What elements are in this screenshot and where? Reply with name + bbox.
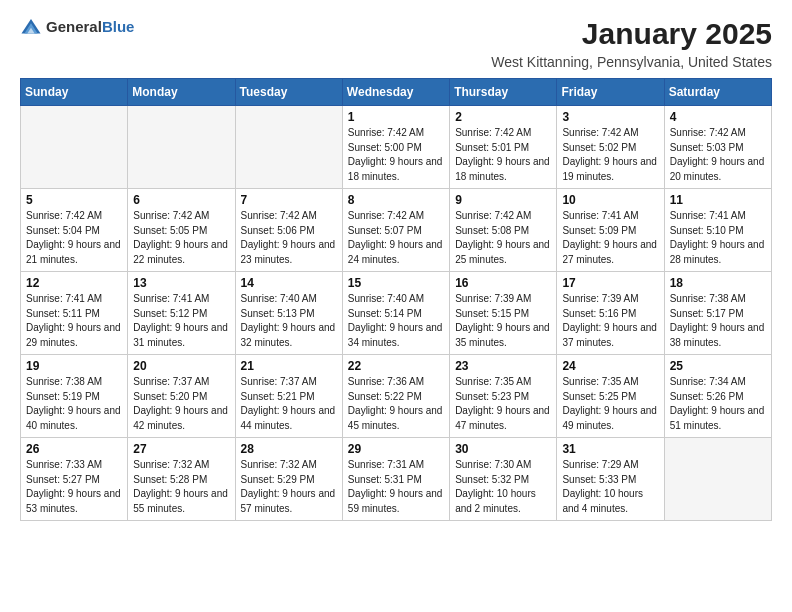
day-number: 24 (562, 359, 658, 373)
calendar-day: 1Sunrise: 7:42 AMSunset: 5:00 PMDaylight… (342, 106, 449, 189)
day-number: 7 (241, 193, 337, 207)
calendar-week-row: 19Sunrise: 7:38 AMSunset: 5:19 PMDayligh… (21, 355, 772, 438)
logo-blue: Blue (102, 19, 135, 36)
weekday-header: Monday (128, 79, 235, 106)
day-number: 6 (133, 193, 229, 207)
calendar-day (235, 106, 342, 189)
day-info: Sunrise: 7:42 AMSunset: 5:05 PMDaylight:… (133, 209, 229, 267)
day-info: Sunrise: 7:41 AMSunset: 5:10 PMDaylight:… (670, 209, 766, 267)
day-number: 20 (133, 359, 229, 373)
calendar-day: 28Sunrise: 7:32 AMSunset: 5:29 PMDayligh… (235, 438, 342, 521)
day-number: 19 (26, 359, 122, 373)
calendar-day (128, 106, 235, 189)
weekday-header: Saturday (664, 79, 771, 106)
day-info: Sunrise: 7:42 AMSunset: 5:02 PMDaylight:… (562, 126, 658, 184)
day-info: Sunrise: 7:32 AMSunset: 5:28 PMDaylight:… (133, 458, 229, 516)
calendar-day: 2Sunrise: 7:42 AMSunset: 5:01 PMDaylight… (450, 106, 557, 189)
day-number: 18 (670, 276, 766, 290)
day-info: Sunrise: 7:42 AMSunset: 5:03 PMDaylight:… (670, 126, 766, 184)
weekday-header: Thursday (450, 79, 557, 106)
day-number: 15 (348, 276, 444, 290)
weekday-header: Tuesday (235, 79, 342, 106)
weekday-header: Friday (557, 79, 664, 106)
day-info: Sunrise: 7:38 AMSunset: 5:17 PMDaylight:… (670, 292, 766, 350)
day-number: 9 (455, 193, 551, 207)
day-number: 11 (670, 193, 766, 207)
calendar-day: 5Sunrise: 7:42 AMSunset: 5:04 PMDaylight… (21, 189, 128, 272)
calendar-day: 14Sunrise: 7:40 AMSunset: 5:13 PMDayligh… (235, 272, 342, 355)
day-info: Sunrise: 7:42 AMSunset: 5:00 PMDaylight:… (348, 126, 444, 184)
weekday-header: Sunday (21, 79, 128, 106)
day-number: 21 (241, 359, 337, 373)
calendar-day: 25Sunrise: 7:34 AMSunset: 5:26 PMDayligh… (664, 355, 771, 438)
logo-general: General (46, 19, 102, 36)
day-info: Sunrise: 7:42 AMSunset: 5:06 PMDaylight:… (241, 209, 337, 267)
day-info: Sunrise: 7:30 AMSunset: 5:32 PMDaylight:… (455, 458, 551, 516)
calendar-day: 30Sunrise: 7:30 AMSunset: 5:32 PMDayligh… (450, 438, 557, 521)
day-info: Sunrise: 7:39 AMSunset: 5:15 PMDaylight:… (455, 292, 551, 350)
day-info: Sunrise: 7:41 AMSunset: 5:11 PMDaylight:… (26, 292, 122, 350)
calendar-day: 20Sunrise: 7:37 AMSunset: 5:20 PMDayligh… (128, 355, 235, 438)
calendar-week-row: 26Sunrise: 7:33 AMSunset: 5:27 PMDayligh… (21, 438, 772, 521)
day-info: Sunrise: 7:42 AMSunset: 5:04 PMDaylight:… (26, 209, 122, 267)
day-number: 5 (26, 193, 122, 207)
day-info: Sunrise: 7:29 AMSunset: 5:33 PMDaylight:… (562, 458, 658, 516)
day-info: Sunrise: 7:41 AMSunset: 5:09 PMDaylight:… (562, 209, 658, 267)
calendar-day: 12Sunrise: 7:41 AMSunset: 5:11 PMDayligh… (21, 272, 128, 355)
calendar-page: General Blue January 2025 West Kittannin… (0, 0, 792, 537)
month-title: January 2025 (491, 16, 772, 52)
calendar-day: 16Sunrise: 7:39 AMSunset: 5:15 PMDayligh… (450, 272, 557, 355)
day-info: Sunrise: 7:40 AMSunset: 5:14 PMDaylight:… (348, 292, 444, 350)
day-info: Sunrise: 7:38 AMSunset: 5:19 PMDaylight:… (26, 375, 122, 433)
logo-text: General Blue (46, 19, 134, 36)
day-number: 16 (455, 276, 551, 290)
day-number: 22 (348, 359, 444, 373)
day-number: 12 (26, 276, 122, 290)
calendar-day: 24Sunrise: 7:35 AMSunset: 5:25 PMDayligh… (557, 355, 664, 438)
calendar-day: 3Sunrise: 7:42 AMSunset: 5:02 PMDaylight… (557, 106, 664, 189)
day-number: 8 (348, 193, 444, 207)
day-info: Sunrise: 7:40 AMSunset: 5:13 PMDaylight:… (241, 292, 337, 350)
title-block: January 2025 West Kittanning, Pennsylvan… (491, 16, 772, 70)
logo: General Blue (20, 16, 134, 38)
calendar-day: 26Sunrise: 7:33 AMSunset: 5:27 PMDayligh… (21, 438, 128, 521)
calendar-day: 22Sunrise: 7:36 AMSunset: 5:22 PMDayligh… (342, 355, 449, 438)
day-number: 4 (670, 110, 766, 124)
day-info: Sunrise: 7:37 AMSunset: 5:21 PMDaylight:… (241, 375, 337, 433)
day-number: 17 (562, 276, 658, 290)
calendar-day: 31Sunrise: 7:29 AMSunset: 5:33 PMDayligh… (557, 438, 664, 521)
logo-icon (20, 16, 42, 38)
day-number: 13 (133, 276, 229, 290)
calendar-day: 11Sunrise: 7:41 AMSunset: 5:10 PMDayligh… (664, 189, 771, 272)
calendar-day: 19Sunrise: 7:38 AMSunset: 5:19 PMDayligh… (21, 355, 128, 438)
calendar-day (21, 106, 128, 189)
day-info: Sunrise: 7:39 AMSunset: 5:16 PMDaylight:… (562, 292, 658, 350)
day-info: Sunrise: 7:31 AMSunset: 5:31 PMDaylight:… (348, 458, 444, 516)
day-info: Sunrise: 7:35 AMSunset: 5:23 PMDaylight:… (455, 375, 551, 433)
day-info: Sunrise: 7:41 AMSunset: 5:12 PMDaylight:… (133, 292, 229, 350)
calendar-day: 15Sunrise: 7:40 AMSunset: 5:14 PMDayligh… (342, 272, 449, 355)
calendar-day (664, 438, 771, 521)
day-number: 2 (455, 110, 551, 124)
calendar-table: SundayMondayTuesdayWednesdayThursdayFrid… (20, 78, 772, 521)
day-number: 26 (26, 442, 122, 456)
calendar-week-row: 5Sunrise: 7:42 AMSunset: 5:04 PMDaylight… (21, 189, 772, 272)
calendar-day: 17Sunrise: 7:39 AMSunset: 5:16 PMDayligh… (557, 272, 664, 355)
day-info: Sunrise: 7:35 AMSunset: 5:25 PMDaylight:… (562, 375, 658, 433)
day-info: Sunrise: 7:33 AMSunset: 5:27 PMDaylight:… (26, 458, 122, 516)
calendar-day: 6Sunrise: 7:42 AMSunset: 5:05 PMDaylight… (128, 189, 235, 272)
calendar-day: 21Sunrise: 7:37 AMSunset: 5:21 PMDayligh… (235, 355, 342, 438)
location-title: West Kittanning, Pennsylvania, United St… (491, 54, 772, 70)
day-number: 27 (133, 442, 229, 456)
weekday-header-row: SundayMondayTuesdayWednesdayThursdayFrid… (21, 79, 772, 106)
page-header: General Blue January 2025 West Kittannin… (20, 16, 772, 70)
day-info: Sunrise: 7:36 AMSunset: 5:22 PMDaylight:… (348, 375, 444, 433)
calendar-day: 18Sunrise: 7:38 AMSunset: 5:17 PMDayligh… (664, 272, 771, 355)
calendar-day: 7Sunrise: 7:42 AMSunset: 5:06 PMDaylight… (235, 189, 342, 272)
day-number: 1 (348, 110, 444, 124)
day-number: 10 (562, 193, 658, 207)
calendar-week-row: 1Sunrise: 7:42 AMSunset: 5:00 PMDaylight… (21, 106, 772, 189)
day-number: 23 (455, 359, 551, 373)
calendar-day: 29Sunrise: 7:31 AMSunset: 5:31 PMDayligh… (342, 438, 449, 521)
day-info: Sunrise: 7:42 AMSunset: 5:01 PMDaylight:… (455, 126, 551, 184)
